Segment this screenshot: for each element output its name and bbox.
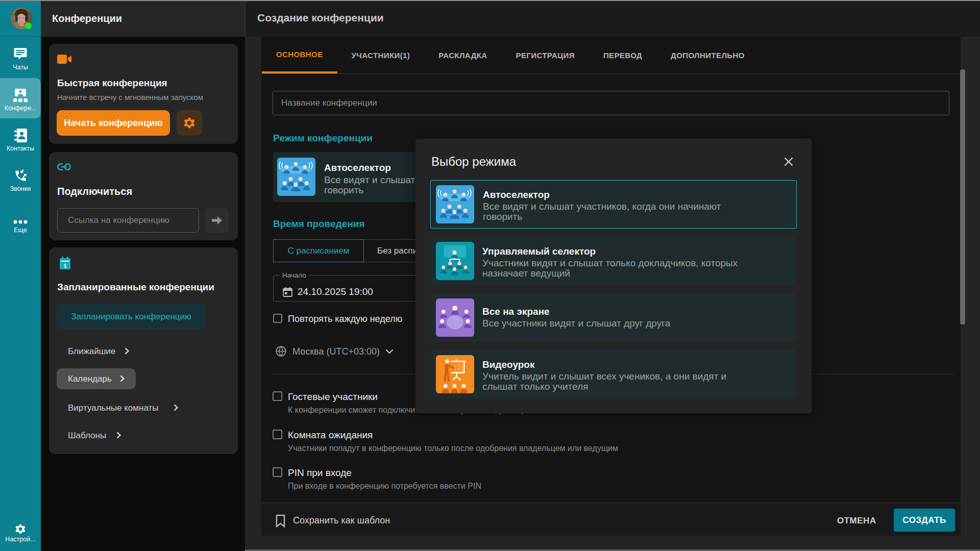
svg-text:1: 1 [63, 263, 66, 269]
